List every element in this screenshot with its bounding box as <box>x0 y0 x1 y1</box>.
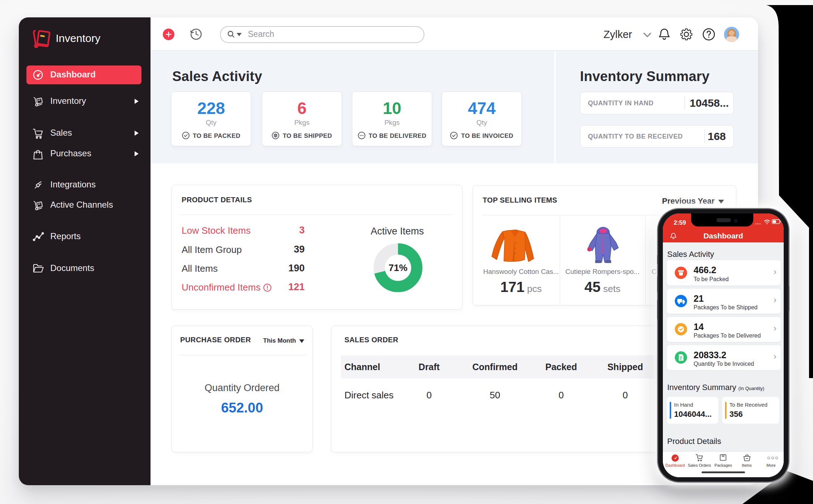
svg-text:71%: 71% <box>389 262 407 273</box>
